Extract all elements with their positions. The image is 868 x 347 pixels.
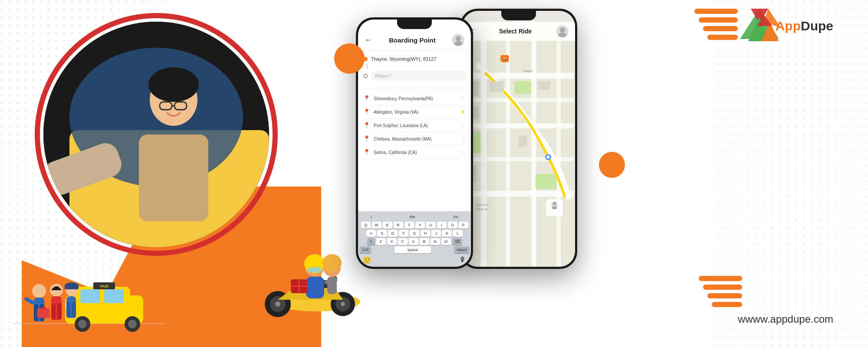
keyboard-bottom-row: 123 space return	[359, 246, 470, 253]
key-i[interactable]: I	[437, 222, 447, 229]
key-a[interactable]: A	[366, 230, 376, 237]
svg-rect-46	[51, 303, 56, 320]
svg-rect-42	[41, 307, 46, 309]
svg-rect-6	[703, 26, 738, 31]
star-icon: ☆	[461, 122, 466, 128]
suggestion-divider-1: |	[390, 215, 391, 219]
keyboard-row-1: Q W E R T Y U I O P	[359, 222, 470, 229]
key-l[interactable]: L	[453, 230, 463, 237]
svg-point-37	[32, 284, 46, 298]
orange-stripes-bottom-right	[699, 276, 751, 312]
key-space[interactable]: space	[395, 246, 431, 253]
key-q[interactable]: Q	[361, 222, 371, 229]
emoji-bar: 🙂 🎙	[359, 255, 470, 265]
mic-icon[interactable]: 🎙	[459, 256, 466, 264]
pin-icon: 📍	[363, 108, 370, 115]
keyboard-suggestions: I | the | I'm	[359, 213, 470, 220]
key-shift[interactable]: ⇧	[367, 238, 375, 245]
key-e[interactable]: E	[383, 222, 392, 229]
location-name: Chelsea, Massachusetts (MA)	[374, 137, 431, 141]
key-y[interactable]: Y	[415, 222, 425, 229]
website-url: wwww.appdupe.com	[738, 313, 833, 325]
svg-rect-4	[694, 9, 738, 14]
svg-point-35	[128, 320, 137, 328]
user-avatar	[452, 34, 464, 46]
key-p[interactable]: P	[459, 222, 468, 229]
list-item[interactable]: 📍 Port Sulphur, Louisiana (LA) ☆	[363, 119, 466, 132]
key-b[interactable]: B	[420, 238, 429, 245]
svg-rect-50	[66, 302, 70, 318]
key-m[interactable]: M	[441, 238, 451, 245]
svg-text:Thayne: Thayne	[523, 69, 533, 73]
star-filled-icon: ★	[461, 109, 466, 115]
key-backspace[interactable]: ⌫	[452, 238, 462, 245]
phone-left-screen: ← Boarding Point Thayne, Wyoming(WY), 83…	[358, 20, 471, 267]
location-item-left: 📍 Selma, California (CA)	[363, 149, 417, 156]
svg-text:📦: 📦	[503, 57, 507, 61]
svg-point-79	[560, 27, 565, 33]
svg-rect-53	[65, 286, 79, 289]
key-r[interactable]: R	[394, 222, 403, 229]
map-header: ✕ Select Ride	[462, 22, 575, 41]
svg-point-33	[78, 320, 87, 328]
key-v[interactable]: V	[409, 238, 418, 245]
list-item[interactable]: 📍 Abingdon, Virginia (VA) ★	[363, 105, 466, 119]
location-inputs-area: Thayne, Wyoming(WY), 83127 Where?	[358, 50, 471, 87]
svg-point-76	[456, 36, 461, 41]
boarding-point-title: Boarding Point	[389, 36, 436, 44]
svg-rect-88	[506, 39, 510, 267]
keyboard-row-3: ⇧ Z X C V B N M ⌫	[359, 238, 470, 245]
origin-text: Thayne, Wyoming(WY), 83127	[371, 56, 436, 62]
key-z[interactable]: Z	[376, 238, 386, 245]
svg-rect-94	[489, 81, 504, 92]
key-x[interactable]: X	[387, 238, 397, 245]
list-item[interactable]: 📍 Chelsea, Massachusetts (MA) ☆	[363, 132, 466, 146]
people-illustration: TAXI	[13, 248, 165, 336]
list-item[interactable]: 📍 Shrewsbury, Pennsylvania(PA) ☆	[363, 92, 466, 105]
svg-rect-91	[514, 81, 531, 94]
key-o[interactable]: O	[448, 222, 457, 229]
keyboard: I | the | I'm Q W E R T Y U I O P	[358, 211, 471, 267]
key-g[interactable]: G	[410, 230, 419, 237]
pin-icon: 📍	[363, 135, 370, 142]
map-view: Thayne Quiche Ho... Ration Ta... 📦	[462, 39, 575, 267]
rider-illustration	[252, 232, 365, 321]
star-icon: ☆	[461, 136, 466, 142]
divider	[363, 89, 466, 90]
key-s[interactable]: S	[377, 230, 387, 237]
destination-input[interactable]: Where?	[371, 71, 466, 81]
suggestion-3[interactable]: I'm	[453, 215, 458, 219]
origin-row: Thayne, Wyoming(WY), 83127	[363, 54, 466, 64]
svg-rect-7	[707, 35, 738, 40]
emoji-icon[interactable]: 🙂	[363, 256, 372, 264]
list-item[interactable]: 📍 Selma, California (CA) ☆	[363, 146, 466, 159]
key-f[interactable]: F	[399, 230, 408, 237]
svg-rect-29	[104, 289, 124, 303]
svg-text:Quiche Ho...: Quiche Ho...	[477, 203, 491, 206]
select-ride-title: Select Ride	[499, 28, 532, 35]
orange-circle-decoration-3	[599, 152, 625, 178]
key-c[interactable]: C	[398, 238, 408, 245]
orange-circle-decoration-1	[334, 43, 365, 74]
suggestion-1[interactable]: I	[371, 215, 372, 219]
key-n[interactable]: N	[431, 238, 440, 245]
key-u[interactable]: U	[426, 222, 436, 229]
svg-rect-65	[306, 277, 324, 298]
destination-dot	[363, 74, 368, 78]
svg-rect-5	[699, 17, 738, 23]
key-t[interactable]: T	[404, 222, 414, 229]
location-name: Shrewsbury, Pennsylvania(PA)	[374, 96, 433, 101]
key-return[interactable]: return	[454, 246, 470, 253]
svg-rect-8	[699, 276, 742, 281]
pin-icon: 📍	[363, 95, 370, 102]
key-123[interactable]: 123	[359, 246, 371, 253]
svg-point-22	[148, 67, 199, 102]
key-k[interactable]: K	[442, 230, 452, 237]
suggestion-2[interactable]: the	[410, 215, 415, 219]
key-h[interactable]: H	[421, 230, 430, 237]
key-j[interactable]: J	[431, 230, 441, 237]
key-d[interactable]: D	[388, 230, 398, 237]
svg-rect-43	[24, 297, 35, 305]
key-w[interactable]: W	[372, 222, 381, 229]
svg-point-72	[322, 254, 342, 272]
